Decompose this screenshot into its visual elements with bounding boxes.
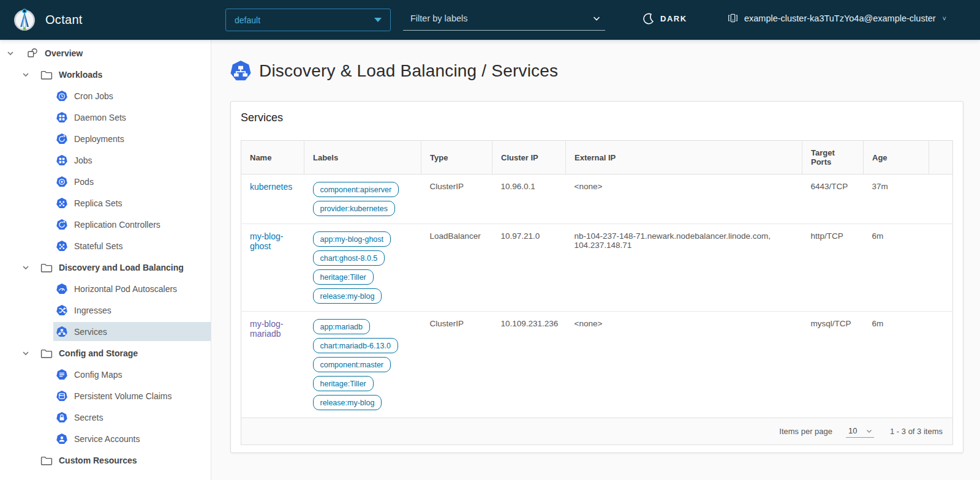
folder-icon <box>40 455 53 466</box>
items-per-page-select[interactable]: 10 <box>846 425 874 438</box>
sidebar-item-jobs[interactable]: Jobs <box>0 149 211 171</box>
sidebar-item-services[interactable]: Services <box>0 321 211 342</box>
table-row: my-blog-ghostapp:my-blog-ghostchart:ghos… <box>241 224 953 312</box>
service-accounts-icon <box>56 433 67 444</box>
sidebar-link-deployments[interactable]: Deployments <box>53 129 211 148</box>
sidebar-item-workloads[interactable]: Workloads <box>0 64 211 85</box>
cell-name: my-blog-ghost <box>241 224 304 312</box>
replica-sets-icon <box>56 198 67 209</box>
sidebar-item-config-maps[interactable]: Config Maps <box>0 364 211 385</box>
chevron-down-icon <box>21 349 30 358</box>
cell-name: kubernetes <box>241 174 304 224</box>
sidebar-link-horizontal-pod-autoscalers[interactable]: Horizontal Pod Autoscalers <box>53 279 211 298</box>
sidebar-item-secrets[interactable]: Secrets <box>0 407 211 428</box>
label-badge: heritage:Tiller <box>313 376 374 391</box>
table-header: NameLabelsTypeCluster IPExternal IPTarge… <box>241 141 953 174</box>
sidebar-link-stateful-sets[interactable]: Stateful Sets <box>53 236 211 255</box>
theme-toggle[interactable]: DARK <box>643 13 687 24</box>
sidebar-link-persistent-volume-claims[interactable]: Persistent Volume Claims <box>53 386 211 405</box>
label-badge: release:my-blog <box>313 288 382 304</box>
cell-stub <box>929 224 953 312</box>
persistent-volume-claims-icon <box>56 391 67 402</box>
sidebar-item-deployments[interactable]: Deployments <box>0 128 211 149</box>
sidebar-item-label: Pods <box>74 177 94 187</box>
sidebar-item-label: Secrets <box>74 413 103 422</box>
sidebar-item-daemon-sets[interactable]: Daemon Sets <box>0 107 211 128</box>
label-badge: app:my-blog-ghost <box>313 231 391 247</box>
octant-logo-icon <box>12 7 37 32</box>
column-header-name: Name <box>241 141 304 174</box>
sidebar-link-ingresses[interactable]: Ingresses <box>53 301 211 320</box>
column-header-labels: Labels <box>304 141 421 174</box>
service-link[interactable]: kubernetes <box>250 182 292 192</box>
sidebar-item-replica-sets[interactable]: Replica Sets <box>0 192 211 214</box>
cron-jobs-icon <box>56 91 67 102</box>
namespace-select-value: default <box>235 15 374 25</box>
sidebar-link-secrets[interactable]: Secrets <box>53 408 211 427</box>
services-card: Services NameLabelsTypeCluster IPExterna… <box>230 101 963 453</box>
sidebar-item-horizontal-pod-autoscalers[interactable]: Horizontal Pod Autoscalers <box>0 278 211 299</box>
sidebar-item-label: Workloads <box>59 70 102 80</box>
moon-icon <box>643 13 655 24</box>
sidebar-link-pods[interactable]: Pods <box>53 172 211 191</box>
cell-cluster-ip: 10.109.231.236 <box>492 312 566 418</box>
daemon-sets-icon <box>56 112 67 123</box>
label-badge: heritage:Tiller <box>313 269 374 285</box>
sidebar-item-ingresses[interactable]: Ingresses <box>0 299 211 321</box>
horizontal-pod-autoscalers-icon <box>56 283 67 294</box>
secrets-icon <box>56 412 67 423</box>
replication-controllers-icon <box>56 219 67 230</box>
label-stack: app:mariadbchart:mariadb-6.13.0component… <box>313 319 413 410</box>
config-maps-icon <box>56 369 67 380</box>
sidebar-link-daemon-sets[interactable]: Daemon Sets <box>53 108 211 127</box>
app-title: Octant <box>45 13 83 27</box>
sidebar-item-overview[interactable]: Overview <box>0 42 211 64</box>
service-link[interactable]: my-blog-ghost <box>250 231 283 251</box>
service-link[interactable]: my-blog-mariadb <box>250 319 283 339</box>
sidebar-item-replication-controllers[interactable]: Replication Controllers <box>0 214 211 235</box>
sidebar-item-custom-resources[interactable]: Custom Resources <box>0 449 211 471</box>
cluster-icon <box>727 12 739 24</box>
sidebar-link-cron-jobs[interactable]: Cron Jobs <box>53 86 211 105</box>
services-page-icon <box>230 61 251 81</box>
column-header-age: Age <box>864 141 929 174</box>
label-filter-input[interactable]: Filter by labels <box>403 10 605 31</box>
cell-cluster-ip: 10.97.21.0 <box>492 224 566 312</box>
cell-target-ports: mysql/TCP <box>802 312 864 418</box>
cell-age: 37m <box>864 174 929 224</box>
sidebar-item-pods[interactable]: Pods <box>0 171 211 192</box>
sidebar-item-label: Replication Controllers <box>74 220 160 230</box>
sidebar-link-replication-controllers[interactable]: Replication Controllers <box>53 215 211 234</box>
sidebar-item-config-and-storage[interactable]: Config and Storage <box>0 342 211 364</box>
label-badge: chart:ghost-8.0.5 <box>313 250 385 266</box>
brand: Octant <box>12 7 83 32</box>
ingresses-icon <box>56 305 67 316</box>
sidebar-link-service-accounts[interactable]: Service Accounts <box>53 429 211 448</box>
sidebar-link-services[interactable]: Services <box>53 322 211 341</box>
folder-icon <box>40 262 53 273</box>
sidebar-item-persistent-volume-claims[interactable]: Persistent Volume Claims <box>0 385 211 407</box>
sidebar-item-service-accounts[interactable]: Service Accounts <box>0 428 211 449</box>
sidebar-link-config-maps[interactable]: Config Maps <box>53 365 211 384</box>
label-stack: app:my-blog-ghostchart:ghost-8.0.5herita… <box>313 231 413 304</box>
services-icon <box>56 326 67 337</box>
filter-chevron-down-icon <box>592 13 601 23</box>
sidebar-link-replica-sets[interactable]: Replica Sets <box>53 193 211 212</box>
sidebar-item-discovery-and-load-balancing[interactable]: Discovery and Load Balancing <box>0 257 211 278</box>
sidebar-item-label: Daemon Sets <box>74 113 126 122</box>
cell-age: 6m <box>864 312 929 418</box>
namespace-select[interactable]: default <box>225 9 391 31</box>
services-table: NameLabelsTypeCluster IPExternal IPTarge… <box>241 140 953 418</box>
cluster-context-select[interactable]: example-cluster-ka3TuTzYo4a@example-clus… <box>727 12 946 24</box>
items-per-page-label: Items per page <box>779 427 832 436</box>
sidebar-item-cron-jobs[interactable]: Cron Jobs <box>0 85 211 107</box>
card-title: Services <box>241 111 953 124</box>
chevron-down-icon <box>21 263 30 272</box>
label-badge: component:apiserver <box>313 182 399 197</box>
sidebar-item-label: Ingresses <box>74 306 111 315</box>
label-badge: app:mariadb <box>313 319 371 334</box>
sidebar-link-jobs[interactable]: Jobs <box>53 151 211 170</box>
column-header-target-ports: Target Ports <box>802 141 864 174</box>
sidebar-item-stateful-sets[interactable]: Stateful Sets <box>0 235 211 257</box>
cell-labels: app:my-blog-ghostchart:ghost-8.0.5herita… <box>304 224 421 312</box>
